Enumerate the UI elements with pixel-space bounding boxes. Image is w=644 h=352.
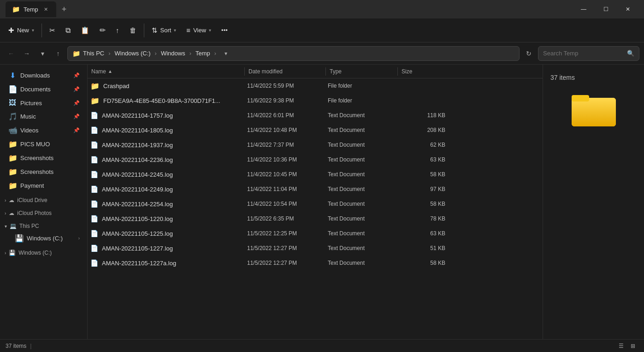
- list-view-button[interactable]: ☰: [615, 341, 626, 351]
- status-bar: 37 items | ☰ ⊞: [0, 339, 644, 352]
- section-icon-icloud-photos: ☁: [9, 210, 14, 216]
- recent-locations-button[interactable]: ▾: [36, 47, 49, 60]
- sidebar-item-pictures[interactable]: 🖼 Pictures 📌: [2, 96, 85, 109]
- view-button[interactable]: ≡ View ▾: [182, 24, 216, 37]
- file-cell-name: 📄 AMAN-20221104-2254.log: [90, 200, 247, 208]
- maximize-button[interactable]: ☐: [595, 2, 616, 17]
- sidebar-item-documents[interactable]: 📄 Documents 📌: [2, 83, 85, 96]
- address-dropdown-button[interactable]: ▾: [220, 48, 231, 59]
- search-icon: 🔍: [627, 50, 634, 57]
- column-header-size[interactable]: Size: [398, 68, 444, 75]
- sidebar-pin-documents: 📌: [73, 86, 80, 92]
- table-row[interactable]: 📄 AMAN-20221105-1227a.log 11/5/2022 12:2…: [89, 256, 542, 270]
- table-row[interactable]: 📁 FD75EA9A-4E85-45E0-9B8A-3700D71F1... 1…: [89, 93, 542, 108]
- sidebar-item-pics-muo[interactable]: 📁 PICS MUO: [2, 137, 85, 151]
- delete-icon: 🗑: [130, 26, 136, 34]
- minimize-button[interactable]: —: [573, 2, 594, 17]
- new-label: New: [17, 27, 29, 34]
- view-icon: ≡: [186, 26, 190, 34]
- column-header-type[interactable]: Type: [326, 68, 397, 75]
- table-row[interactable]: 📄 AMAN-20221104-1937.log 11/4/2022 7:37 …: [89, 137, 542, 152]
- new-tab-button[interactable]: +: [58, 4, 71, 15]
- table-row[interactable]: 📄 AMAN-20221104-2249.log 11/4/2022 11:04…: [89, 182, 542, 197]
- forward-button[interactable]: →: [20, 47, 33, 60]
- sidebar-label-pictures: Pictures: [20, 100, 70, 107]
- file-cell-name: 📁 Crashpad: [90, 82, 247, 90]
- table-row[interactable]: 📁 Crashpad 11/4/2022 5:59 PM File folder: [89, 78, 542, 93]
- column-header-name[interactable]: Name ▲: [88, 68, 244, 75]
- sidebar-section-icloud-photos[interactable]: › ☁ iCloud Photos: [0, 208, 87, 218]
- file-cell-type: Text Document: [328, 171, 399, 178]
- table-row[interactable]: 📄 AMAN-20221105-1227.log 11/5/2022 12:27…: [89, 241, 542, 256]
- cut-button[interactable]: ✂: [45, 24, 60, 37]
- expand-icon-this-pc: ▾: [5, 224, 7, 229]
- search-input[interactable]: [543, 50, 624, 57]
- breadcrumb-windows-c[interactable]: Windows (C:): [115, 50, 151, 57]
- sidebar-pin-music: 📌: [73, 113, 80, 119]
- sidebar-icon-windows-c: 💾: [15, 234, 23, 243]
- sidebar-item-downloads[interactable]: ⬇ Downloads 📌: [2, 69, 85, 82]
- table-row[interactable]: 📄 AMAN-20221105-1220.log 11/5/2022 6:35 …: [89, 211, 542, 226]
- expand-icon-windows-c: ›: [78, 236, 80, 241]
- sidebar-item-videos[interactable]: 📹 Videos 📌: [2, 124, 85, 137]
- share-button[interactable]: ↑: [111, 24, 124, 37]
- sidebar-item-screenshots1[interactable]: 📁 Screenshots: [2, 151, 85, 165]
- file-cell-type: Text Document: [328, 112, 399, 119]
- table-row[interactable]: 📄 AMAN-20221104-2254.log 11/4/2022 10:54…: [89, 197, 542, 211]
- breadcrumb-temp[interactable]: Temp: [195, 50, 210, 57]
- section-label-icloud-drive: iCloud Drive: [17, 197, 47, 203]
- close-button[interactable]: ✕: [617, 2, 638, 17]
- file-cell-date: 11/4/2022 5:59 PM: [247, 83, 328, 89]
- back-button[interactable]: ←: [5, 47, 18, 60]
- grid-view-button[interactable]: ⊞: [627, 341, 638, 351]
- breadcrumb-sep-1: ›: [108, 50, 110, 57]
- sidebar-section-windows-c[interactable]: › 💾 Windows (C:): [0, 248, 87, 258]
- expand-icon-icloud-drive: ›: [5, 198, 6, 203]
- tab-close-button[interactable]: ✕: [42, 6, 50, 13]
- table-row[interactable]: 📄 AMAN-20221104-2236.log 11/4/2022 10:36…: [89, 152, 542, 167]
- delete-button[interactable]: 🗑: [125, 24, 141, 37]
- up-button[interactable]: ↑: [52, 47, 65, 60]
- file-cell-name: 📄 AMAN-20221105-1227a.log: [90, 259, 247, 267]
- sort-icon: ⇅: [152, 26, 158, 35]
- file-cell-size: 58 KB: [399, 171, 445, 178]
- file-cell-type: Text Document: [328, 201, 399, 207]
- file-cell-date: 11/5/2022 6:35 PM: [247, 215, 328, 222]
- breadcrumb-this-pc[interactable]: This PC: [83, 50, 104, 57]
- sidebar-sections: › ☁ iCloud Drive › ☁ iCloud Photos ▾ 💻 T…: [0, 195, 87, 258]
- sidebar-item-music[interactable]: 🎵 Music 📌: [2, 110, 85, 123]
- file-cell-name: 📄 AMAN-20221105-1227.log: [90, 245, 247, 252]
- table-row[interactable]: 📄 AMAN-20221104-2245.log 11/4/2022 10:45…: [89, 167, 542, 182]
- refresh-button[interactable]: ↻: [522, 47, 535, 60]
- file-cell-type: Text Document: [328, 230, 399, 237]
- paste-button[interactable]: 📋: [76, 24, 94, 37]
- section-label-this-pc: This PC: [19, 223, 39, 229]
- copy-button[interactable]: ⧉: [61, 24, 75, 37]
- active-tab[interactable]: 📁 Temp ✕: [6, 1, 56, 17]
- file-cell-type: File folder: [328, 97, 399, 104]
- column-name-label: Name: [91, 68, 106, 75]
- sidebar-item-payment[interactable]: 📁 Payment: [2, 179, 85, 192]
- file-icon: 📄: [90, 171, 98, 178]
- rename-button[interactable]: ✏: [95, 23, 110, 37]
- file-list-body: 📁 Crashpad 11/4/2022 5:59 PM File folder…: [88, 78, 543, 339]
- table-row[interactable]: 📄 AMAN-20221105-1225.log 11/5/2022 12:25…: [89, 226, 542, 241]
- sidebar-section-icloud-drive[interactable]: › ☁ iCloud Drive: [0, 195, 87, 205]
- table-row[interactable]: 📄 AMAN-20221104-1805.log 11/4/2022 10:48…: [89, 123, 542, 137]
- new-button[interactable]: ✚ New ▾: [4, 24, 39, 37]
- more-options-button[interactable]: •••: [217, 24, 232, 36]
- sidebar-item-windows-c[interactable]: 💾 Windows (C:) ›: [2, 232, 85, 245]
- column-header-date[interactable]: Date modified: [245, 68, 325, 75]
- sidebar-icon-pics-muo: 📁: [8, 140, 17, 149]
- search-bar[interactable]: 🔍: [538, 46, 639, 61]
- sidebar-section-this-pc[interactable]: ▾ 💻 This PC: [0, 221, 87, 231]
- file-name-text: FD75EA9A-4E85-45E0-9B8A-3700D71F1...: [103, 97, 220, 104]
- breadcrumb-windows[interactable]: Windows: [161, 50, 185, 57]
- sort-button[interactable]: ⇅ Sort ▾: [147, 24, 181, 37]
- table-row[interactable]: 📄 AMAN-20221104-1757.log 11/4/2022 6:01 …: [89, 108, 542, 123]
- address-bar[interactable]: 📁 This PC › Windows (C:) › Windows › Tem…: [67, 46, 520, 61]
- column-type-label: Type: [330, 68, 342, 75]
- sidebar-item-screenshots2[interactable]: 📁 Screenshots: [2, 165, 85, 179]
- file-cell-date: 11/4/2022 7:37 PM: [247, 142, 328, 148]
- file-cell-date: 11/4/2022 11:04 PM: [247, 186, 328, 192]
